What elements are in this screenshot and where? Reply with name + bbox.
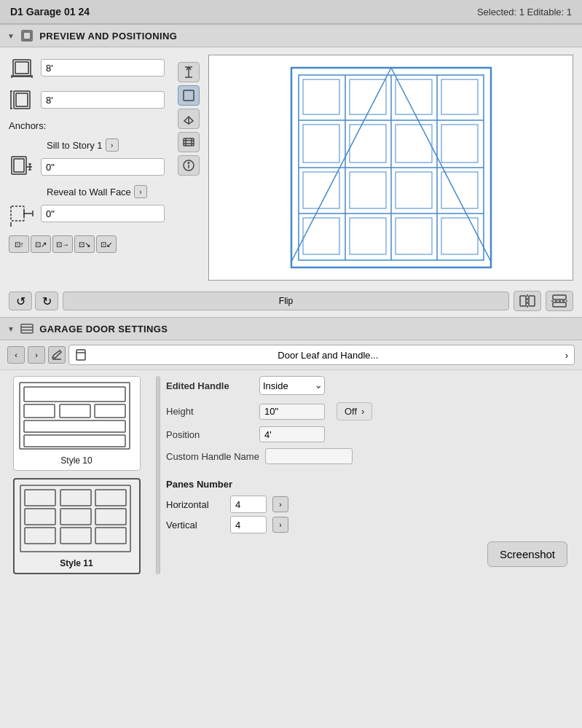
reveal-input[interactable]: [41, 205, 165, 222]
tool-btn-3d[interactable]: [178, 109, 200, 129]
style-panel: Style 10 Style 11: [7, 376, 153, 574]
position-form-label: Position: [166, 429, 253, 440]
height-input[interactable]: [41, 91, 165, 109]
reveal-anchor-icon: [9, 200, 35, 227]
right-panel: Edited Handle Inside Outside Height Off …: [163, 376, 575, 574]
nav-prev-btn[interactable]: ‹: [7, 346, 25, 364]
preview-collapse-icon[interactable]: ▼: [7, 32, 15, 40]
custom-handle-input[interactable]: [265, 448, 353, 464]
nav-next-btn[interactable]: ›: [28, 346, 45, 364]
door-leaf-label: Door Leaf and Handle...: [87, 350, 565, 361]
settings-body: Style 10 Style 11 Edited H: [0, 370, 582, 580]
preview-canvas: [208, 55, 573, 281]
height-row: [9, 87, 169, 113]
style-11-label: Style 11: [19, 558, 135, 568]
door-leaf-icon: [75, 349, 87, 361]
tool-btn-info[interactable]: [178, 155, 200, 176]
anchor-btn-1[interactable]: ⊡↑: [9, 235, 29, 253]
mirror-v-btn[interactable]: [546, 291, 573, 311]
svg-rect-13: [14, 159, 24, 172]
sill-label-row: Sill to Story 1 ›: [15, 138, 169, 152]
rotate-right-btn[interactable]: ↻: [35, 291, 58, 310]
edited-handle-select-wrapper: Inside Outside: [259, 376, 325, 395]
custom-handle-label: Custom Handle Name: [166, 451, 259, 462]
height-icon: [9, 87, 35, 113]
horizontal-input[interactable]: [230, 496, 267, 513]
edited-handle-label: Edited Handle: [166, 380, 253, 391]
preview-section-title: PREVIEW AND POSITIONING: [39, 31, 177, 42]
mirror-h-btn[interactable]: [514, 291, 541, 311]
svg-rect-18: [11, 206, 24, 221]
off-chevron: ›: [361, 406, 364, 417]
anchor-buttons-row: ⊡↑ ⊡↗ ⊡→ ⊡↘ ⊡↙: [9, 235, 169, 253]
svg-rect-73: [76, 350, 85, 360]
reveal-input-row: [9, 200, 169, 227]
rotate-left-btn[interactable]: ↺: [9, 291, 32, 310]
svg-rect-66: [553, 295, 566, 300]
anchor-btn-5[interactable]: ⊡↙: [96, 235, 117, 253]
svg-rect-1: [23, 32, 31, 39]
vertical-label: Vertical: [166, 520, 224, 531]
anchor-btn-4[interactable]: ⊡↘: [74, 235, 95, 253]
svg-rect-82: [20, 485, 130, 552]
horizontal-arrow-btn[interactable]: ›: [272, 496, 288, 512]
horizontal-label: Horizontal: [166, 499, 224, 510]
anchors-label: Anchors:: [9, 120, 169, 131]
vertical-pane-row: Vertical ›: [166, 516, 575, 533]
preview-body: Anchors: Sill to Story 1 ›: [0, 47, 582, 288]
svg-rect-69: [21, 324, 33, 333]
vertical-arrow-btn[interactable]: ›: [272, 517, 288, 533]
door-leaf-btn[interactable]: Door Leaf and Handle... ›: [68, 345, 575, 365]
svg-rect-67: [553, 302, 566, 307]
door-leaf-chevron: ›: [565, 350, 568, 361]
svg-point-36: [188, 163, 189, 164]
tool-btn-frame[interactable]: [178, 85, 200, 106]
svg-rect-63: [520, 296, 526, 306]
panes-section: Panes Number Horizontal › Vertical ›: [166, 479, 575, 536]
position-form-row: Position: [166, 426, 575, 442]
window-title: D1 Garage 01 24: [10, 6, 90, 17]
style-card-10[interactable]: Style 10: [13, 376, 141, 471]
title-bar: D1 Garage 01 24 Selected: 1 Editable: 1: [0, 0, 582, 24]
garage-icon: [20, 322, 34, 335]
width-input[interactable]: [41, 59, 165, 77]
svg-rect-3: [15, 62, 28, 74]
screenshot-btn[interactable]: Screenshot: [487, 541, 567, 567]
sill-anchor-icon: [9, 154, 35, 180]
sill-chevron-btn[interactable]: ›: [106, 138, 119, 152]
horizontal-pane-row: Horizontal ›: [166, 496, 575, 513]
garage-collapse-icon[interactable]: ▼: [7, 325, 15, 333]
width-row: [9, 55, 169, 81]
position-form-input[interactable]: [259, 426, 325, 442]
preview-icon: [20, 29, 34, 42]
garage-section-header: ▼ GARAGE DOOR SETTINGS: [0, 317, 582, 340]
tool-btn-align[interactable]: [178, 62, 200, 82]
sill-input-row: [9, 154, 169, 180]
style-card-11[interactable]: Style 11: [13, 478, 141, 574]
off-label: Off: [345, 406, 357, 417]
reveal-label: Reveal to Wall Face: [47, 187, 131, 197]
sill-label: Sill to Story 1: [47, 140, 103, 151]
anchor-btn-2[interactable]: ⊡↗: [31, 235, 51, 253]
garage-section-title: GARAGE DOOR SETTINGS: [39, 324, 168, 334]
sill-input[interactable]: [41, 158, 165, 176]
panes-title: Panes Number: [166, 479, 575, 490]
tool-btn-film[interactable]: [178, 132, 200, 152]
height-form-input[interactable]: [259, 404, 325, 420]
left-controls: Anchors: Sill to Story 1 ›: [9, 55, 169, 281]
svg-rect-8: [16, 93, 28, 106]
height-form-label: Height: [166, 406, 253, 417]
nav-edit-btn[interactable]: [48, 346, 66, 364]
anchor-btn-3[interactable]: ⊡→: [52, 235, 73, 253]
preview-bottom-row: ↺ ↻ Flip: [0, 288, 582, 317]
selection-info: Selected: 1 Editable: 1: [477, 7, 572, 17]
style-10-label: Style 10: [18, 455, 135, 466]
edited-handle-select[interactable]: Inside Outside: [259, 376, 325, 395]
flip-btn[interactable]: Flip: [63, 291, 509, 310]
scroll-divider[interactable]: [156, 376, 160, 574]
tool-buttons-column: [178, 55, 200, 281]
height-form-row: Height Off ›: [166, 402, 575, 420]
vertical-input[interactable]: [230, 516, 267, 533]
reveal-chevron-btn[interactable]: ›: [134, 185, 147, 198]
off-btn[interactable]: Off ›: [337, 402, 372, 420]
